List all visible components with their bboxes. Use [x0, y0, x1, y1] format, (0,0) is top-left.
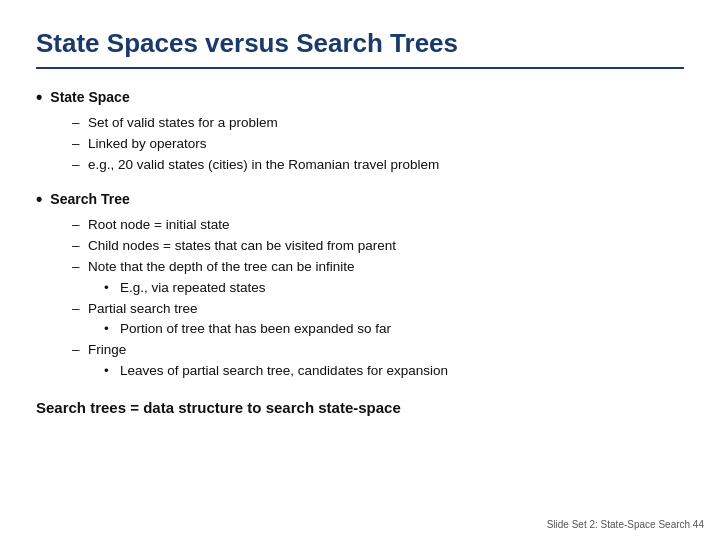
list-item: Set of valid states for a problem	[72, 113, 684, 133]
list-item: e.g., 20 valid states (cities) in the Ro…	[72, 155, 684, 175]
fringe-sub-list: Leaves of partial search tree, candidate…	[104, 361, 684, 381]
content-area: • State Space Set of valid states for a …	[36, 87, 684, 381]
depth-sub-list: E.g., via repeated states	[104, 278, 684, 298]
bottom-statement: Search trees = data structure to search …	[36, 399, 684, 416]
state-space-list: Set of valid states for a problem Linked…	[72, 113, 684, 176]
search-tree-list: Root node = initial state Child nodes = …	[72, 215, 684, 381]
search-tree-heading: • Search Tree	[36, 189, 684, 211]
search-tree-item-partial: Partial search tree Portion of tree that…	[72, 299, 684, 340]
bullet-dot-2: •	[36, 189, 42, 211]
search-tree-item-fringe: Fringe Leaves of partial search tree, ca…	[72, 340, 684, 381]
slide-title: State Spaces versus Search Trees	[36, 28, 684, 59]
state-space-heading: • State Space	[36, 87, 684, 109]
search-tree-section: • Search Tree Root node = initial state …	[36, 189, 684, 381]
search-tree-item-root: Root node = initial state	[72, 215, 684, 235]
slide: State Spaces versus Search Trees • State…	[0, 0, 720, 540]
sub-list-item: Portion of tree that has been expanded s…	[104, 319, 684, 339]
state-space-section: • State Space Set of valid states for a …	[36, 87, 684, 175]
sub-list-item: E.g., via repeated states	[104, 278, 684, 298]
title-divider	[36, 67, 684, 69]
search-tree-label: Search Tree	[50, 189, 129, 210]
bullet-dot-1: •	[36, 87, 42, 109]
partial-sub-list: Portion of tree that has been expanded s…	[104, 319, 684, 339]
sub-list-item: Leaves of partial search tree, candidate…	[104, 361, 684, 381]
search-tree-item-depth: Note that the depth of the tree can be i…	[72, 257, 684, 298]
search-tree-item-child: Child nodes = states that can be visited…	[72, 236, 684, 256]
slide-number: Slide Set 2: State-Space Search 44	[547, 519, 704, 530]
list-item: Linked by operators	[72, 134, 684, 154]
state-space-label: State Space	[50, 87, 129, 108]
